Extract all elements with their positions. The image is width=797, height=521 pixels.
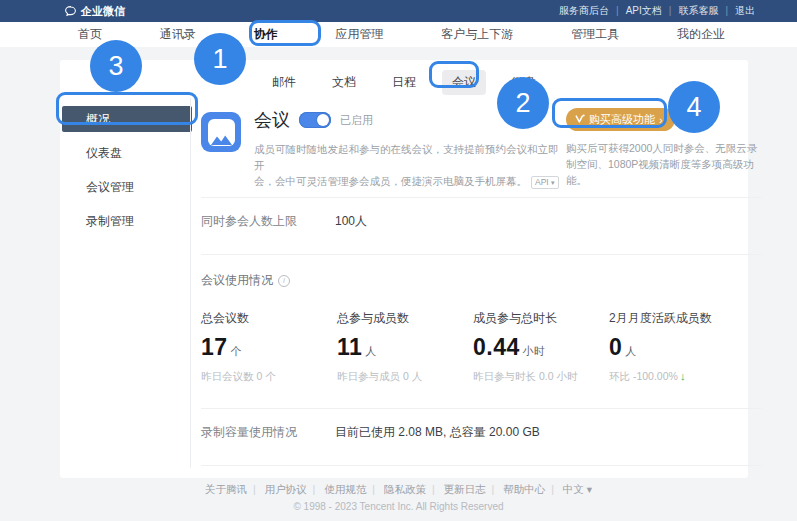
card-body: 概况 仪表盘 会议管理 录制管理	[60, 98, 748, 468]
app-logo[interactable]: 企业微信	[64, 4, 125, 19]
meeting-description-line2: 会，会中可灵活管理参会成员，便捷演示电脑及手机屏幕。	[254, 175, 527, 187]
copyright: © 1998 - 2023 Tencent Inc. All Rights Re…	[0, 501, 797, 512]
stat-label: 成员参与总时长	[473, 310, 609, 327]
recording-capacity-row: 录制容量使用情况 目前已使用 2.08 MB, 总容量 20.00 GB	[201, 409, 762, 457]
sidebar-item-dashboard[interactable]: 仪表盘	[62, 140, 190, 166]
api-dropdown-tag[interactable]: API ▾	[531, 176, 559, 189]
trend-down-arrow-icon: ↓	[680, 370, 686, 382]
footer-link-help-center[interactable]: 帮助中心	[503, 483, 560, 495]
recording-capacity-value: 目前已使用 2.08 MB, 总容量 20.00 GB	[335, 424, 540, 441]
enabled-status-label: 已启用	[340, 113, 373, 128]
annotation-box-buy-button	[552, 98, 667, 128]
nav-item-admin-tools[interactable]: 管理工具	[571, 26, 619, 43]
annotation-box-meeting-tab	[429, 61, 479, 88]
stat-total-duration: 成员参与总时长 0.44小时 昨日参与时长 0.0 小时	[473, 310, 609, 384]
stat-subtext: 昨日参与时长 0.0 小时	[473, 370, 609, 384]
sidebar-item-meeting-management[interactable]: 会议管理	[62, 174, 190, 200]
nav-item-my-company[interactable]: 我的企业	[677, 26, 725, 43]
footer-link-changelog[interactable]: 更新日志	[444, 483, 501, 495]
recording-capacity-label: 录制容量使用情况	[201, 424, 335, 441]
annotation-step-1: 1	[194, 33, 246, 85]
nav-item-home[interactable]: 首页	[78, 26, 102, 43]
footer-links: 关于腾讯 用户协议 使用规范 隐私政策 更新日志 帮助中心 中文 ▾	[0, 483, 797, 497]
stat-label: 总参与成员数	[337, 310, 473, 327]
tab-mail[interactable]: 邮件	[262, 70, 306, 95]
usage-section-title: 会议使用情况 i	[201, 272, 762, 289]
stat-subtext: 环比 -100.00%↓	[609, 370, 745, 384]
topbar-link-provider[interactable]: 服务商后台	[559, 4, 626, 18]
stat-value: 0	[609, 334, 622, 360]
stat-unit: 人	[365, 345, 376, 357]
chevron-down-icon: ▾	[551, 179, 555, 186]
nav-item-contacts[interactable]: 通讯录	[160, 26, 196, 43]
divider	[201, 465, 762, 466]
stat-label: 2月月度活跃成员数	[609, 310, 745, 327]
app-logo-text: 企业微信	[81, 4, 125, 19]
stat-value: 0.44	[473, 334, 520, 360]
toggle-knob	[317, 114, 329, 126]
sidebar-item-recording-management[interactable]: 录制管理	[62, 208, 190, 234]
premium-description: 购买后可获得2000人同时参会、无限云录制空间、1080P视频清晰度等多项高级功…	[566, 140, 762, 188]
tab-docs[interactable]: 文档	[322, 70, 366, 95]
participant-limit-label: 同时参会人数上限	[201, 213, 335, 230]
stat-subtext: 昨日参与成员 0 人	[337, 370, 473, 384]
stat-total-participants: 总参与成员数 11人 昨日参与成员 0 人	[337, 310, 473, 384]
usage-title-text: 会议使用情况	[201, 272, 273, 289]
meeting-description: 成员可随时随地发起和参与的在线会议，支持提前预约会议和立即开 会，会中可灵活管理…	[254, 141, 566, 189]
stat-value: 17	[201, 334, 228, 360]
footer-language-selector[interactable]: 中文 ▾	[563, 483, 592, 495]
stat-unit: 小时	[523, 345, 545, 357]
meeting-peaks-icon	[208, 119, 235, 146]
footer-link-user-agreement[interactable]: 用户协议	[265, 483, 322, 495]
meeting-title: 会议	[254, 108, 290, 132]
footer-link-usage-rules[interactable]: 使用规范	[324, 483, 381, 495]
footer-link-about[interactable]: 关于腾讯	[205, 483, 262, 495]
stat-subtext: 昨日会议数 0 个	[201, 370, 337, 384]
topbar: 企业微信 服务商后台 API文档 联系客服 退出	[0, 0, 797, 22]
annotation-box-overview	[56, 92, 198, 125]
sidebar: 概况 仪表盘 会议管理 录制管理	[60, 98, 190, 468]
meeting-app-icon	[201, 112, 241, 152]
stat-unit: 个	[231, 345, 242, 357]
topbar-link-support[interactable]: 联系客服	[678, 4, 735, 18]
stat-unit: 人	[625, 345, 636, 357]
participant-limit-row: 同时参会人数上限 100人	[201, 198, 762, 246]
info-icon[interactable]: i	[278, 275, 290, 287]
annotation-step-4: 4	[668, 81, 720, 133]
chat-bubble-icon	[64, 5, 77, 18]
nav-item-app-management[interactable]: 应用管理	[335, 26, 383, 43]
stat-value: 11	[337, 334, 362, 360]
topbar-link-api-docs[interactable]: API文档	[626, 4, 679, 18]
enabled-toggle[interactable]	[299, 112, 331, 128]
annotation-box-collaboration	[249, 20, 321, 46]
topbar-links: 服务商后台 API文档 联系客服 退出	[559, 4, 755, 18]
meeting-description-line1: 成员可随时随地发起和参与的在线会议，支持提前预约会议和立即开	[254, 143, 559, 171]
main-panel: 会议 已启用 成员可随时随地发起和参与的在线会议，支持提前预约会议和立即开 会，…	[190, 98, 780, 468]
footer-link-privacy[interactable]: 隐私政策	[384, 483, 441, 495]
stat-label: 总会议数	[201, 310, 337, 327]
stat-monthly-active: 2月月度活跃成员数 0人 环比 -100.00%↓	[609, 310, 745, 384]
usage-stats: 总会议数 17个 昨日会议数 0 个 总参与成员数 11人 昨日参与成员 0 人…	[201, 310, 762, 384]
participant-limit-value: 100人	[335, 213, 367, 230]
annotation-step-2: 2	[497, 77, 549, 129]
screen: 企业微信 服务商后台 API文档 联系客服 退出 首页 通讯录 协作 应用管理 …	[0, 0, 797, 521]
collaboration-tabs: 邮件 文档 日程 会议 微盘	[60, 60, 748, 96]
annotation-step-3: 3	[90, 40, 142, 92]
divider	[201, 254, 762, 255]
footer: 关于腾讯 用户协议 使用规范 隐私政策 更新日志 帮助中心 中文 ▾ © 199…	[0, 483, 797, 512]
topbar-link-logout[interactable]: 退出	[735, 4, 755, 18]
nav-item-customers[interactable]: 客户与上下游	[441, 26, 513, 43]
stat-total-meetings: 总会议数 17个 昨日会议数 0 个	[201, 310, 337, 384]
tab-schedule[interactable]: 日程	[382, 70, 426, 95]
